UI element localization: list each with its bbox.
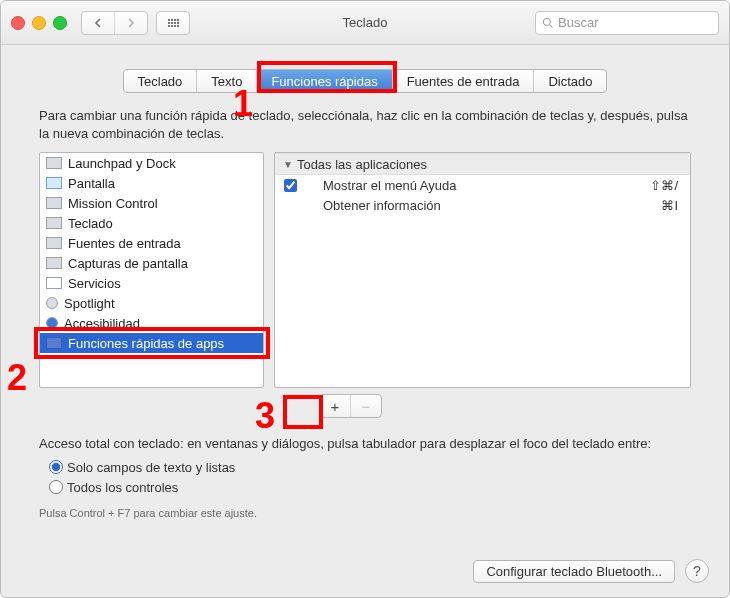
input-sources-icon (46, 237, 62, 249)
zoom-window-button[interactable] (53, 16, 67, 30)
shortcut-keys[interactable]: ⌘I (661, 198, 684, 213)
back-button[interactable] (82, 12, 115, 34)
keyboard-access-hint: Pulsa Control + F7 para cambiar este aju… (39, 507, 691, 519)
display-icon (46, 177, 62, 189)
radio-label: Solo campos de texto y listas (67, 460, 235, 475)
add-remove-container: + − (319, 394, 691, 418)
remove-button: − (351, 395, 381, 417)
radio-text-lists[interactable]: Solo campos de texto y listas (49, 457, 691, 477)
radio-label: Todos los controles (67, 480, 178, 495)
section-header-label: Todas las aplicaciones (297, 157, 427, 172)
category-accessibility[interactable]: Accesibilidad (40, 313, 263, 333)
search-field[interactable]: Buscar (535, 11, 719, 35)
category-services[interactable]: Servicios (40, 273, 263, 293)
help-button[interactable]: ? (685, 559, 709, 583)
category-label: Pantalla (68, 176, 115, 191)
keyboard-access-section: Acceso total con teclado: en ventanas y … (39, 436, 691, 519)
instruction-text: Para cambiar una función rápida de tecla… (39, 107, 691, 142)
accessibility-icon (46, 317, 58, 329)
category-mission-control[interactable]: Mission Control (40, 193, 263, 213)
grid-icon (168, 19, 179, 27)
tabbar: Teclado Texto Funciones rápidas Fuentes … (39, 69, 691, 93)
spotlight-icon (46, 297, 58, 309)
category-label: Capturas de pantalla (68, 256, 188, 271)
tab-shortcuts[interactable]: Funciones rápidas (257, 70, 392, 92)
mission-control-icon (46, 197, 62, 209)
minimize-window-button[interactable] (32, 16, 46, 30)
search-placeholder: Buscar (558, 15, 598, 30)
category-label: Servicios (68, 276, 121, 291)
category-app-shortcuts[interactable]: Funciones rápidas de apps (40, 333, 263, 353)
content-area: Teclado Texto Funciones rápidas Fuentes … (1, 45, 729, 597)
shortcut-row[interactable]: Mostrar el menú Ayuda ⇧⌘/ (275, 175, 690, 195)
category-label: Funciones rápidas de apps (68, 336, 224, 351)
shortcut-section-header[interactable]: ▼ Todas las aplicaciones (275, 153, 690, 175)
lists-container: Launchpad y Dock Pantalla Mission Contro… (39, 152, 691, 388)
radio-all-controls[interactable]: Todos los controles (49, 477, 691, 497)
tab-text[interactable]: Texto (197, 70, 257, 92)
category-input-sources[interactable]: Fuentes de entrada (40, 233, 263, 253)
category-label: Fuentes de entrada (68, 236, 181, 251)
screenshots-icon (46, 257, 62, 269)
shortcut-row[interactable]: Obtener información ⌘I (275, 195, 690, 215)
tabs: Teclado Texto Funciones rápidas Fuentes … (123, 69, 608, 93)
category-label: Accesibilidad (64, 316, 140, 331)
category-label: Teclado (68, 216, 113, 231)
category-spotlight[interactable]: Spotlight (40, 293, 263, 313)
keyboard-icon (46, 217, 62, 229)
chevron-right-icon (127, 18, 135, 28)
shortcut-label: Mostrar el menú Ayuda (319, 178, 650, 193)
preferences-window: Teclado Buscar Teclado Texto Funciones r… (0, 0, 730, 598)
add-remove-buttons: + − (319, 394, 382, 418)
radio-all-controls-input[interactable] (49, 480, 63, 494)
category-label: Mission Control (68, 196, 158, 211)
titlebar: Teclado Buscar (1, 1, 729, 45)
footer: Configurar teclado Bluetooth... ? (473, 559, 709, 583)
window-controls (11, 16, 67, 30)
category-display[interactable]: Pantalla (40, 173, 263, 193)
category-list[interactable]: Launchpad y Dock Pantalla Mission Contro… (39, 152, 264, 388)
keyboard-access-radios: Solo campos de texto y listas Todos los … (49, 457, 691, 497)
radio-text-lists-input[interactable] (49, 460, 63, 474)
tab-input-sources[interactable]: Fuentes de entrada (393, 70, 535, 92)
services-icon (46, 277, 62, 289)
category-label: Spotlight (64, 296, 115, 311)
svg-line-1 (550, 24, 553, 27)
search-icon (542, 17, 554, 29)
keyboard-access-text: Acceso total con teclado: en ventanas y … (39, 436, 691, 451)
shortcut-label: Obtener información (319, 198, 661, 213)
shortcut-checkbox[interactable] (284, 179, 297, 192)
shortcuts-list[interactable]: ▼ Todas las aplicaciones Mostrar el menú… (274, 152, 691, 388)
svg-point-0 (544, 18, 551, 25)
disclosure-triangle-icon[interactable]: ▼ (283, 159, 293, 170)
tab-keyboard[interactable]: Teclado (124, 70, 198, 92)
tab-dictation[interactable]: Dictado (534, 70, 606, 92)
show-all-button[interactable] (156, 11, 190, 35)
category-label: Launchpad y Dock (68, 156, 176, 171)
close-window-button[interactable] (11, 16, 25, 30)
shortcut-keys[interactable]: ⇧⌘/ (650, 178, 684, 193)
forward-button[interactable] (115, 12, 147, 34)
category-screenshots[interactable]: Capturas de pantalla (40, 253, 263, 273)
chevron-left-icon (94, 18, 102, 28)
app-shortcuts-icon (46, 337, 62, 349)
category-launchpad-dock[interactable]: Launchpad y Dock (40, 153, 263, 173)
category-keyboard[interactable]: Teclado (40, 213, 263, 233)
configure-bluetooth-button[interactable]: Configurar teclado Bluetooth... (473, 560, 675, 583)
add-button[interactable]: + (320, 395, 351, 417)
nav-buttons (81, 11, 148, 35)
launchpad-icon (46, 157, 62, 169)
